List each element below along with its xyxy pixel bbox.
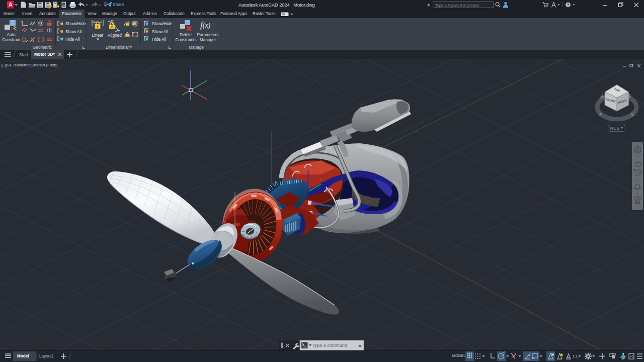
svg-text:Type a command: Type a command	[312, 343, 348, 348]
svg-text:1:1: 1:1	[573, 354, 578, 358]
svg-text:MODEL: MODEL	[452, 353, 466, 358]
svg-text:?: ?	[567, 3, 570, 8]
svg-text:WCS: WCS	[609, 126, 619, 131]
svg-text:Y: Y	[320, 178, 323, 182]
